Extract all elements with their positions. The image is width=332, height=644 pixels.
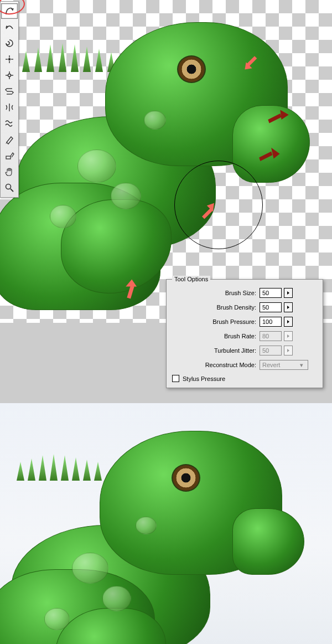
- thaw-mask-tool-icon[interactable]: [1, 148, 18, 163]
- reconstruct-tool-icon[interactable]: [1, 19, 18, 35]
- stylus-pressure-checkbox[interactable]: [172, 375, 179, 382]
- svg-marker-8: [127, 285, 134, 298]
- liquify-toolbar: [0, 1, 19, 198]
- brush-pressure-stepper[interactable]: [284, 317, 293, 327]
- liquify-canvas-area: [0, 0, 332, 323]
- reconstruct-mode-label: Reconstruct Mode:: [172, 362, 260, 368]
- bloat-tool-icon[interactable]: [1, 68, 18, 83]
- turbulent-jitter-label: Turbulent Jitter:: [172, 347, 260, 354]
- brush-rate-input: 80: [260, 331, 282, 341]
- turbulent-jitter-stepper: [284, 346, 293, 356]
- brush-pressure-input[interactable]: 100: [260, 317, 282, 327]
- turbulent-jitter-input: 50: [260, 346, 282, 356]
- twirl-clockwise-tool-icon[interactable]: [1, 35, 18, 51]
- svg-marker-3: [280, 110, 288, 120]
- annotation-arrow: [118, 277, 143, 301]
- annotation-arrow: [196, 198, 220, 223]
- pucker-tool-icon[interactable]: [1, 51, 18, 67]
- mirror-tool-icon[interactable]: [1, 100, 18, 115]
- brush-density-input[interactable]: 50: [260, 302, 282, 312]
- reconstruct-mode-select: Revert ▾: [260, 360, 308, 370]
- tool-options-panel: Tool Options Brush Size: 50 Brush Densit…: [166, 279, 323, 388]
- result-preview: [0, 403, 332, 644]
- svg-marker-16: [287, 320, 289, 323]
- annotation-arrow: [258, 143, 282, 167]
- zoom-tool-icon[interactable]: [1, 180, 18, 195]
- annotation-arrow: [266, 107, 290, 132]
- brush-rate-label: Brush Rate:: [172, 333, 260, 339]
- svg-marker-14: [287, 291, 289, 295]
- reconstruct-mode-value: Revert: [262, 360, 280, 369]
- svg-marker-2: [268, 114, 281, 123]
- brush-pressure-label: Brush Pressure:: [172, 318, 260, 325]
- freeze-mask-tool-icon[interactable]: [1, 132, 18, 147]
- svg-marker-5: [271, 148, 279, 159]
- svg-point-13: [6, 184, 11, 189]
- stylus-pressure-label: Stylus Pressure: [183, 375, 225, 382]
- svg-marker-9: [126, 279, 137, 286]
- svg-marker-17: [287, 334, 289, 338]
- svg-point-11: [8, 74, 11, 77]
- svg-marker-4: [259, 151, 272, 161]
- brush-size-label: Brush Size:: [172, 290, 260, 296]
- svg-point-10: [9, 59, 11, 60]
- chevron-down-icon: ▾: [298, 360, 305, 369]
- brush-density-label: Brush Density:: [172, 304, 260, 311]
- brush-rate-stepper: [284, 331, 293, 341]
- turbulence-tool-icon[interactable]: [1, 116, 18, 131]
- annotation-arrow: [242, 49, 267, 73]
- hand-tool-icon[interactable]: [1, 164, 18, 179]
- svg-marker-18: [287, 349, 289, 352]
- brush-density-stepper[interactable]: [284, 302, 293, 312]
- iguana-eye: [177, 55, 206, 83]
- svg-rect-12: [6, 156, 11, 159]
- brush-size-input[interactable]: 50: [260, 288, 282, 298]
- push-left-tool-icon[interactable]: [1, 84, 18, 99]
- svg-marker-15: [287, 306, 289, 309]
- tool-options-legend: Tool Options: [172, 276, 210, 282]
- iguana-subject-result: [0, 425, 299, 644]
- brush-size-stepper[interactable]: [284, 288, 293, 298]
